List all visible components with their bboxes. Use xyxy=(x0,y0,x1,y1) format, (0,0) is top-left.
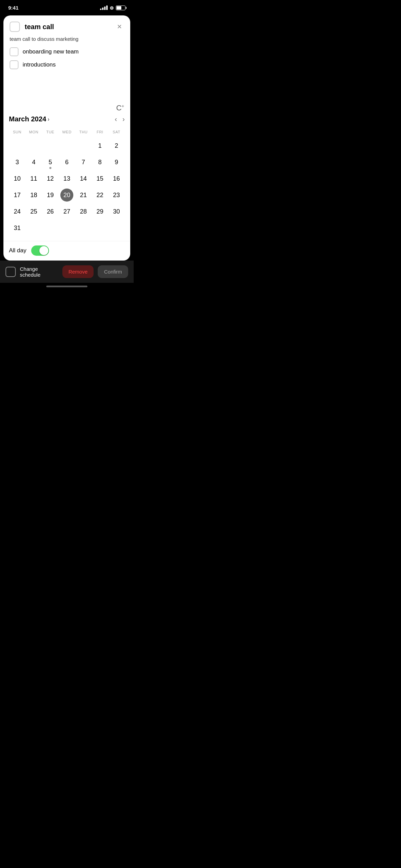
day-headers: SUN MON TUE WED THU FRI SAT xyxy=(9,129,125,135)
close-button[interactable]: ✕ xyxy=(114,22,124,32)
cal-day-19[interactable]: 19 xyxy=(42,188,59,203)
remove-button[interactable]: Remove xyxy=(62,265,94,278)
cal-day-empty xyxy=(25,220,42,236)
task-title: team call xyxy=(25,23,110,31)
cal-day-5[interactable]: 5 xyxy=(42,155,59,170)
cal-day-28[interactable]: 28 xyxy=(75,204,92,219)
confirm-button[interactable]: Confirm xyxy=(98,265,128,278)
cal-day-16[interactable]: 16 xyxy=(108,171,125,186)
cal-day-3[interactable]: 3 xyxy=(9,155,25,170)
status-bar: 9:41 ⊜ xyxy=(0,0,134,13)
subtask-label-2: introductions xyxy=(23,61,56,68)
prev-month-button[interactable]: ‹ xyxy=(115,115,117,123)
cal-day-31[interactable]: 31 xyxy=(9,220,25,236)
cal-day-empty xyxy=(25,138,42,153)
day-header-tue: TUE xyxy=(42,129,59,135)
cal-day-empty xyxy=(9,138,25,153)
day-header-fri: FRI xyxy=(92,129,108,135)
subtask-label-1: onboarding new team xyxy=(23,48,79,55)
calendar-section: March 2024 › ‹ › SUN MON TUE WED THU FRI… xyxy=(3,115,130,241)
cal-day-2[interactable]: 2 xyxy=(108,138,125,153)
cal-day-22[interactable]: 22 xyxy=(92,188,108,203)
cal-day-4[interactable]: 4 xyxy=(25,155,42,170)
cal-day-17[interactable]: 17 xyxy=(9,188,25,203)
next-month-button[interactable]: › xyxy=(122,115,125,123)
subtasks-list: onboarding new team introductions xyxy=(3,47,130,69)
calendar-grid: 1 2 3 4 5 6 7 8 9 10 11 12 13 14 15 16 1… xyxy=(9,138,125,236)
cal-day-18[interactable]: 18 xyxy=(25,188,42,203)
calendar-header: March 2024 › ‹ › xyxy=(9,115,125,123)
wifi-icon: ⊜ xyxy=(110,5,114,11)
cal-day-12[interactable]: 12 xyxy=(42,171,59,186)
status-icons: ⊜ xyxy=(100,5,125,11)
cal-day-29[interactable]: 29 xyxy=(92,204,108,219)
cal-day-15[interactable]: 15 xyxy=(92,171,108,186)
cal-day-1[interactable]: 1 xyxy=(92,138,108,153)
subtask-checkbox-2[interactable] xyxy=(10,60,19,69)
calendar-month-title[interactable]: March 2024 › xyxy=(9,115,49,123)
cal-day-empty xyxy=(42,138,59,153)
cal-day-25[interactable]: 25 xyxy=(25,204,42,219)
cal-day-empty xyxy=(75,138,92,153)
calendar-nav: ‹ › xyxy=(115,115,125,123)
task-header: team call ✕ xyxy=(3,15,130,35)
battery-icon xyxy=(116,5,125,10)
cal-day-empty xyxy=(42,220,59,236)
subtask-item-2: introductions xyxy=(10,60,124,69)
home-bar xyxy=(46,286,87,287)
day-header-mon: MON xyxy=(25,129,42,135)
cal-day-20[interactable]: 20 xyxy=(59,188,75,203)
bottom-task-icon xyxy=(5,267,16,277)
cal-day-empty xyxy=(59,220,75,236)
cal-day-27[interactable]: 27 xyxy=(59,204,75,219)
toggle-knob xyxy=(39,246,48,255)
add-event-area: C+ xyxy=(3,100,130,115)
cal-day-26[interactable]: 26 xyxy=(42,204,59,219)
cal-day-6[interactable]: 6 xyxy=(59,155,75,170)
add-event-button[interactable]: C+ xyxy=(116,104,124,112)
month-chevron-icon: › xyxy=(48,116,49,122)
all-day-toggle[interactable] xyxy=(31,245,49,256)
day-header-wed: WED xyxy=(59,129,75,135)
cal-day-empty xyxy=(75,220,92,236)
task-description: team call to discuss marketing xyxy=(3,35,130,47)
day-header-thu: THU xyxy=(75,129,92,135)
cal-day-empty xyxy=(92,220,108,236)
change-schedule-button[interactable]: Change schedule xyxy=(20,266,58,278)
home-indicator xyxy=(0,283,134,289)
cal-day-13[interactable]: 13 xyxy=(59,171,75,186)
cal-day-23[interactable]: 23 xyxy=(108,188,125,203)
all-day-row: All day xyxy=(3,241,130,261)
subtask-item-1: onboarding new team xyxy=(10,47,124,56)
task-main-checkbox[interactable] xyxy=(10,22,20,32)
cal-day-empty xyxy=(59,138,75,153)
cal-day-10[interactable]: 10 xyxy=(9,171,25,186)
day-header-sat: SAT xyxy=(108,129,125,135)
cal-day-14[interactable]: 14 xyxy=(75,171,92,186)
status-time: 9:41 xyxy=(8,5,19,11)
bottom-bar: Change schedule Remove Confirm xyxy=(0,261,134,283)
cal-day-empty xyxy=(108,220,125,236)
cal-day-11[interactable]: 11 xyxy=(25,171,42,186)
all-day-label: All day xyxy=(9,247,26,254)
cal-day-21[interactable]: 21 xyxy=(75,188,92,203)
day-header-sun: SUN xyxy=(9,129,25,135)
main-card: team call ✕ team call to discuss marketi… xyxy=(3,15,130,261)
cal-day-7[interactable]: 7 xyxy=(75,155,92,170)
subtask-checkbox-1[interactable] xyxy=(10,47,19,56)
cal-day-9[interactable]: 9 xyxy=(108,155,125,170)
cal-day-24[interactable]: 24 xyxy=(9,204,25,219)
cal-day-30[interactable]: 30 xyxy=(108,204,125,219)
cal-day-8[interactable]: 8 xyxy=(92,155,108,170)
signal-icon xyxy=(100,5,108,10)
